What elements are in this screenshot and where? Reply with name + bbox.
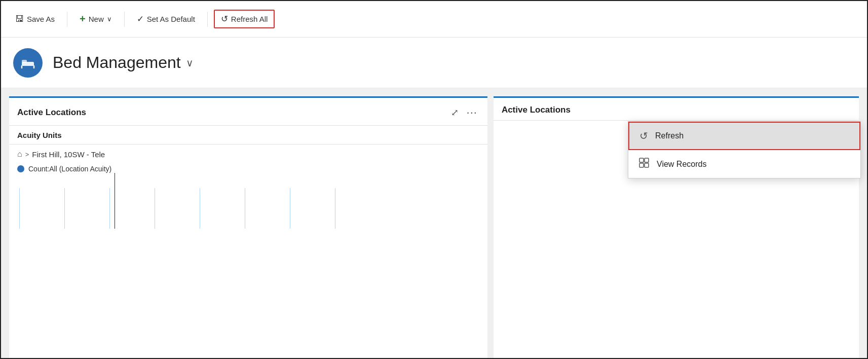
new-chevron-icon: ∨ <box>107 15 112 23</box>
chart-tick-2 <box>64 188 65 229</box>
breadcrumb-chevron-icon: > <box>25 151 29 158</box>
page-title: Bed Management ∨ <box>53 53 194 72</box>
app-header: Bed Management ∨ <box>1 38 867 88</box>
chart-tick-3 <box>109 188 110 229</box>
location-row: ⌂ > First Hill, 10SW - Tele <box>9 145 487 162</box>
left-panel-subheader: Acuity Units <box>9 126 487 145</box>
sep-1 <box>67 12 67 27</box>
app-icon <box>13 48 43 78</box>
svg-rect-1 <box>22 60 27 63</box>
set-as-default-button[interactable]: ✓ Set As Default <box>131 11 201 27</box>
new-button[interactable]: + New ∨ <box>73 10 118 28</box>
location-label: First Hill, 10SW - Tele <box>32 150 105 159</box>
refresh-label: Refresh <box>655 131 684 140</box>
acuity-units-label: Acuity Units <box>17 131 62 139</box>
panel-header-icons: ⤢ ··· <box>449 105 479 120</box>
chart-tick-4 <box>155 188 155 229</box>
checkmark-icon: ✓ <box>137 14 144 24</box>
svg-rect-5 <box>645 158 649 162</box>
left-panel-title: Active Locations <box>17 107 86 118</box>
right-panel: Active Locations - Obs First Hill ↺ Refr… <box>494 96 859 359</box>
right-panel-header: Active Locations <box>494 98 859 121</box>
expand-icon[interactable]: ⤢ <box>449 106 461 119</box>
refresh-menu-item[interactable]: ↺ Refresh <box>628 122 860 150</box>
svg-rect-6 <box>639 163 644 167</box>
right-panel-title: Active Locations <box>502 105 571 115</box>
refresh-icon: ↺ <box>639 130 648 142</box>
chart-tick-5 <box>200 188 200 229</box>
svg-rect-4 <box>639 158 644 162</box>
chart-tick-7 <box>290 188 290 229</box>
view-records-label: View Records <box>657 160 706 169</box>
left-panel: Active Locations ⤢ ··· Acuity Units ⌂ > … <box>9 96 487 359</box>
save-as-icon: 🖫 <box>15 14 24 24</box>
title-chevron-icon[interactable]: ∨ <box>186 57 194 69</box>
save-as-button[interactable]: 🖫 Save As <box>9 11 61 27</box>
new-plus-icon: + <box>80 13 86 25</box>
sep-2 <box>124 12 125 27</box>
chart-tick-1 <box>19 188 20 229</box>
left-panel-header: Active Locations ⤢ ··· <box>9 98 487 126</box>
chart-area <box>9 178 487 229</box>
home-icon: ⌂ <box>17 150 22 159</box>
chart-tick-8 <box>335 188 335 229</box>
view-records-menu-item[interactable]: View Records <box>628 150 860 178</box>
sep-3 <box>207 12 208 27</box>
refresh-all-icon: ↺ <box>221 14 228 24</box>
vertical-chart-line <box>115 173 115 229</box>
bed-management-icon <box>20 55 36 71</box>
view-records-icon <box>638 157 650 171</box>
svg-rect-7 <box>645 163 649 167</box>
count-row: Count:All (Location Acuity) <box>9 162 487 178</box>
toolbar: 🖫 Save As + New ∨ ✓ Set As Default ↺ Ref… <box>1 1 867 38</box>
refresh-all-button[interactable]: ↺ Refresh All <box>214 10 275 28</box>
dropdown-menu: ↺ Refresh View Records <box>628 121 861 178</box>
more-options-icon[interactable]: ··· <box>465 105 479 120</box>
chart-tick-6 <box>245 188 245 229</box>
count-dot-indicator <box>17 165 24 172</box>
content-area: Active Locations ⤢ ··· Acuity Units ⌂ > … <box>1 88 867 359</box>
count-label: Count:All (Location Acuity) <box>28 165 111 173</box>
